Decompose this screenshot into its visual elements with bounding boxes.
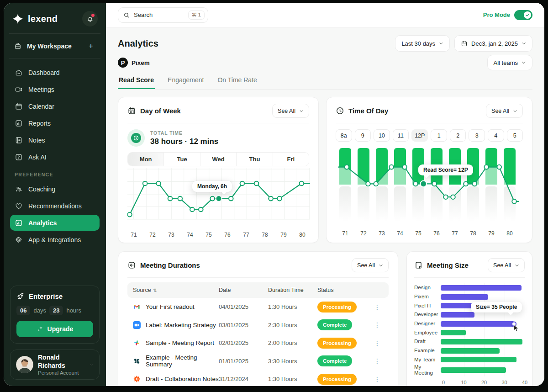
category-label: My Meeting — [414, 364, 441, 376]
table-row[interactable]: Your First readout04/01/20251:30 HoursPr… — [127, 298, 389, 316]
pro-mode-toggle[interactable] — [514, 10, 532, 20]
sidebar-item-label: Coaching — [28, 185, 55, 193]
integrations-icon — [15, 236, 23, 244]
sparkles-icon — [37, 325, 44, 333]
sidebar-item-recommendations[interactable]: Recommendations — [10, 198, 100, 214]
column-source[interactable]: Source⇅ — [133, 287, 219, 293]
total-time-icon — [127, 129, 145, 147]
meeting-durations-card: Meeting Durations See All Source⇅ Date D… — [118, 251, 398, 386]
meeting-date: 31/12/2024 — [219, 376, 268, 382]
table-row[interactable]: Label: Marketing Strategy03/01/20252:30 … — [127, 316, 389, 334]
time-chip-8a[interactable]: 8a — [336, 129, 352, 142]
tab-read-score[interactable]: Read Score — [118, 73, 155, 89]
sidebar-item-label: Ask AI — [28, 154, 47, 161]
svg-text:77: 77 — [243, 232, 249, 238]
search-box[interactable]: ⌘ 1 — [118, 7, 208, 23]
meeting-size-row-example: Example — [414, 346, 525, 355]
bar[interactable] — [441, 339, 522, 344]
table-header: Source⇅ Date Duration Time Status — [127, 282, 389, 298]
time-chip-10[interactable]: 10 — [374, 129, 390, 142]
svg-text:73: 73 — [379, 230, 385, 237]
see-all-meeting-size[interactable]: See All — [488, 258, 525, 272]
page-title: Analytics — [118, 38, 158, 49]
day-tab-fri[interactable]: Fri — [273, 153, 309, 166]
row-menu-button[interactable]: ⋮ — [371, 376, 383, 383]
time-chip-11[interactable]: 11 — [393, 129, 409, 142]
status-badge: Processing — [317, 374, 357, 385]
day-tab-mon[interactable]: Mon — [128, 153, 164, 166]
row-menu-button[interactable]: ⋮ — [371, 303, 383, 311]
row-menu-button[interactable]: ⋮ — [371, 321, 383, 328]
day-tab-tue[interactable]: Tue — [164, 153, 200, 166]
see-all-time-of-day[interactable]: See All — [486, 104, 523, 118]
sidebar-item-reports[interactable]: Reports — [10, 115, 100, 131]
sidebar-item-dashboard[interactable]: Dashboard — [10, 64, 100, 80]
bar[interactable] — [441, 321, 514, 327]
gmail-icon — [133, 303, 141, 311]
tab-engagement[interactable]: Engagement — [167, 73, 205, 89]
tabbar: Read ScoreEngagementOn Time Rate — [118, 73, 532, 90]
bar[interactable] — [441, 367, 506, 373]
see-all-meeting-durations[interactable]: See All — [352, 258, 389, 272]
chart-tooltip: Read Score= 12P — [418, 164, 473, 175]
date-picker-button[interactable]: Dec3, jan 2, 2025 — [454, 35, 532, 52]
bar[interactable] — [441, 348, 500, 354]
all-teams-dropdown[interactable]: All teams — [487, 55, 532, 70]
row-menu-button[interactable]: ⋮ — [371, 357, 383, 365]
sidebar-item-label: Dashboard — [28, 69, 60, 76]
search-icon — [123, 12, 130, 18]
day-tab-thu[interactable]: Thu — [237, 153, 273, 166]
profile-card[interactable]: Ronald Richards Personal Account — [10, 350, 100, 380]
card-title: Meeting Size — [427, 261, 469, 269]
time-chip-1[interactable]: 1 — [431, 129, 447, 142]
sidebar-nav: DashboardMeetingsCalendarReportsNotesAsk… — [10, 64, 100, 165]
bar[interactable] — [441, 330, 466, 335]
time-chip-2[interactable]: 2 — [450, 129, 466, 142]
chart-tooltip: Size= 35 People — [471, 302, 522, 313]
time-chip-12p[interactable]: 12P — [411, 129, 428, 142]
divider — [9, 33, 100, 34]
sidebar-item-label: Reports — [28, 120, 51, 127]
time-chip-5[interactable]: 5 — [507, 129, 523, 142]
time-chip-3[interactable]: 3 — [469, 129, 485, 142]
bar[interactable] — [441, 312, 474, 318]
sidebar-item-notes[interactable]: Notes — [10, 132, 100, 148]
see-all-day-of-week[interactable]: See All — [272, 104, 309, 118]
sidebar-item-coaching[interactable]: Coaching — [10, 181, 100, 197]
time-chip-4[interactable]: 4 — [488, 129, 504, 142]
time-chip-9[interactable]: 9 — [355, 129, 371, 142]
meeting-date: 02/01/2025 — [219, 339, 268, 346]
add-workspace-button[interactable]: + — [86, 42, 96, 50]
ask-ai-icon — [15, 153, 23, 161]
enterprise-card: Enterprise 06 days 23 hours Upgrade — [10, 286, 100, 344]
table-row[interactable]: Example - Meeting Summary01/01/20253:30 … — [127, 352, 389, 371]
table-row[interactable]: Draft - Collaboration Notes31/12/20241:3… — [127, 370, 389, 386]
sidebar-item-meetings[interactable]: Meetings — [10, 81, 100, 97]
sidebar-item-calendar[interactable]: Calendar — [10, 98, 100, 114]
table-row[interactable]: Sample - Meeting Report02/01/20252:00 Ho… — [127, 334, 389, 352]
bar[interactable] — [441, 294, 488, 300]
notifications-button[interactable] — [82, 11, 98, 26]
chart-tooltip: Monday, 6h — [192, 181, 232, 192]
upgrade-button[interactable]: Upgrade — [16, 321, 93, 337]
meeting-size-row-employee: Employee — [414, 328, 525, 337]
tab-on-time-rate[interactable]: On Time Rate — [216, 73, 258, 89]
bar[interactable] — [441, 285, 522, 291]
date-range-dropdown[interactable]: Last 30 days — [395, 35, 450, 52]
svg-text:76: 76 — [224, 232, 231, 238]
search-input[interactable] — [133, 11, 185, 19]
sidebar-item-app-integrations[interactable]: App & Integrations — [10, 232, 100, 248]
sidebar-item-ask-ai[interactable]: Ask AI — [10, 149, 100, 165]
sidebar-item-analytics[interactable]: Analytics — [10, 215, 100, 231]
sidebar-item-label: Notes — [28, 137, 45, 144]
bar[interactable] — [441, 357, 516, 362]
sidebar-item-my-workspace[interactable]: My Workspace + — [10, 40, 100, 52]
sidebar-item-label: Meetings — [28, 86, 54, 93]
row-menu-button[interactable]: ⋮ — [371, 339, 383, 347]
day-tab-wed[interactable]: Wed — [200, 153, 237, 166]
svg-text:71: 71 — [131, 232, 137, 238]
meetings-table: Source⇅ Date Duration Time Status Your F… — [127, 282, 389, 386]
meeting-size-row-draft: Draft — [414, 337, 525, 346]
svg-text:78: 78 — [470, 230, 476, 237]
content: Analytics Last 30 days Dec3, jan 2, 2025 — [106, 27, 544, 386]
